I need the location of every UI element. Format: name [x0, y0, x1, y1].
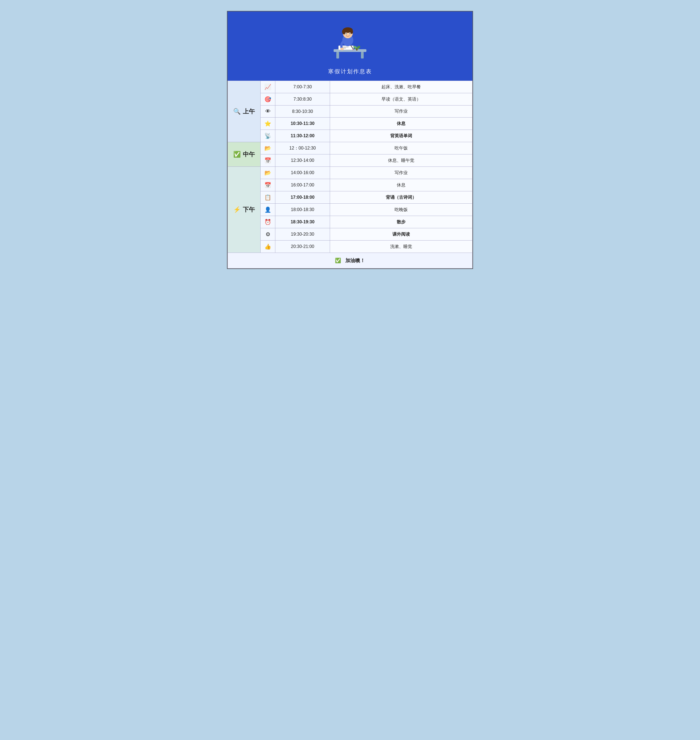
schedule-container: 寒假计划作息表 🔍 上午 📈 7:00-7:30 起床、洗漱、吃早餐 🎯 7:3… [227, 11, 473, 269]
activity-cell: 散步 [330, 216, 472, 228]
svg-rect-1 [336, 52, 339, 59]
morning-row-3: 👁 8:30-10:30 写作业 [228, 106, 472, 117]
header-title: 寒假计划作息表 [328, 68, 372, 75]
row-icon: 📂 [260, 167, 275, 179]
time-cell: 7:30:8:30 [275, 93, 330, 106]
noon-icon: ✅ [233, 151, 241, 158]
row-icon: 👤 [260, 204, 275, 216]
time-cell: 17:00-18:00 [275, 191, 330, 204]
footer-cell: ✅ 加油噢！ [228, 253, 472, 269]
activity-cell: 洗漱、睡觉 [330, 241, 472, 253]
morning-row-1: 🔍 上午 📈 7:00-7:30 起床、洗漱、吃早餐 [228, 81, 472, 93]
header-section: 寒假计划作息表 [228, 12, 472, 81]
noon-row-1: ✅ 中午 📂 12：00-12:30 吃午饭 [228, 142, 472, 154]
time-cell: 8:30-10:30 [275, 106, 330, 117]
row-icon: 📋 [260, 191, 275, 204]
afternoon-row-5: ⏰ 18:30-19:30 散步 [228, 216, 472, 228]
svg-point-16 [350, 29, 353, 34]
header-illustration [328, 20, 372, 63]
row-icon: 👍 [260, 241, 275, 253]
afternoon-label: 下午 [243, 206, 255, 214]
morning-row-2: 🎯 7:30:8:30 早读（语文、英语） [228, 93, 472, 106]
time-cell: 16:00-17:00 [275, 179, 330, 191]
svg-rect-2 [361, 52, 364, 59]
activity-cell: 吃晚饭 [330, 204, 472, 216]
row-icon: ⭐ [260, 117, 275, 130]
footer-row: ✅ 加油噢！ [228, 253, 472, 269]
activity-cell: 起床、洗漱、吃早餐 [330, 81, 472, 93]
schedule-table: 🔍 上午 📈 7:00-7:30 起床、洗漱、吃早餐 🎯 7:30:8:30 早… [228, 81, 472, 269]
svg-point-21 [340, 48, 344, 50]
noon-row-2: 📅 12:30-14:00 休息、睡午觉 [228, 154, 472, 167]
afternoon-section-cell: ⚡ 下午 [228, 167, 260, 253]
time-cell: 12:30-14:00 [275, 154, 330, 167]
row-icon: ⏰ [260, 216, 275, 228]
svg-rect-11 [356, 48, 357, 51]
footer-label: 加油噢！ [346, 258, 365, 263]
morning-icon: 🔍 [233, 108, 241, 115]
afternoon-row-7: 👍 20:30-21:00 洗漱、睡觉 [228, 241, 472, 253]
row-icon: 📅 [260, 179, 275, 191]
row-icon: 📂 [260, 142, 275, 154]
activity-cell: 写作业 [330, 106, 472, 117]
time-cell: 18:00-18:30 [275, 204, 330, 216]
time-cell: 18:30-19:30 [275, 216, 330, 228]
activity-cell: 早读（语文、英语） [330, 93, 472, 106]
row-icon: 📈 [260, 81, 275, 93]
time-cell: 10:30-11:30 [275, 117, 330, 130]
afternoon-icon: ⚡ [233, 206, 241, 213]
activity-cell: 背英语单词 [330, 130, 472, 142]
svg-point-19 [346, 33, 347, 34]
row-icon: 📡 [260, 130, 275, 142]
afternoon-row-1: ⚡ 下午 📂 14:00-16:00 写作业 [228, 167, 472, 179]
noon-section-cell: ✅ 中午 [228, 142, 260, 167]
morning-row-5: 📡 11:30-12:00 背英语单词 [228, 130, 472, 142]
afternoon-row-3: 📋 17:00-18:00 背诵（古诗词） [228, 191, 472, 204]
morning-row-4: ⭐ 10:30-11:30 休息 [228, 117, 472, 130]
afternoon-row-2: 📅 16:00-17:00 休息 [228, 179, 472, 191]
row-icon: ⚙ [260, 228, 275, 241]
time-cell: 12：00-12:30 [275, 142, 330, 154]
activity-cell: 课外阅读 [330, 228, 472, 241]
row-icon: 📅 [260, 154, 275, 167]
activity-cell: 吃午饭 [330, 142, 472, 154]
time-cell: 14:00-16:00 [275, 167, 330, 179]
morning-label: 上午 [243, 107, 255, 116]
row-icon: 👁 [260, 106, 275, 117]
time-cell: 20:30-21:00 [275, 241, 330, 253]
activity-cell: 休息 [330, 179, 472, 191]
svg-point-20 [350, 33, 350, 34]
afternoon-row-6: ⚙ 19:30-20:30 课外阅读 [228, 228, 472, 241]
afternoon-row-4: 👤 18:00-18:30 吃晚饭 [228, 204, 472, 216]
activity-cell: 写作业 [330, 167, 472, 179]
activity-cell: 休息、睡午觉 [330, 154, 472, 167]
time-cell: 19:30-20:30 [275, 228, 330, 241]
time-cell: 11:30-12:00 [275, 130, 330, 142]
morning-section-cell: 🔍 上午 [228, 81, 260, 142]
noon-label: 中午 [243, 150, 255, 159]
footer-icon: ✅ [335, 258, 341, 263]
activity-cell: 休息 [330, 117, 472, 130]
row-icon: 🎯 [260, 93, 275, 106]
time-cell: 7:00-7:30 [275, 81, 330, 93]
activity-cell: 背诵（古诗词） [330, 191, 472, 204]
